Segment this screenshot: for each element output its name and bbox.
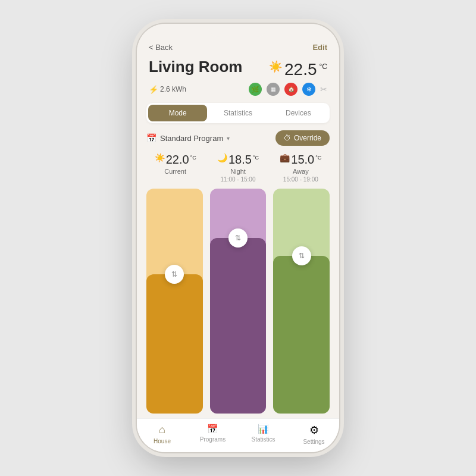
temp-value: 22.5: [284, 60, 317, 79]
lightning-icon: ⚡: [149, 85, 158, 94]
override-button[interactable]: ⏱ Override: [275, 130, 330, 146]
away-bar-column: ⇅: [273, 189, 330, 414]
nav-house[interactable]: ⌂ House: [137, 424, 187, 445]
away-unit: °C: [315, 155, 321, 161]
night-label: Night: [230, 168, 246, 175]
away-bar-knob[interactable]: ⇅: [292, 246, 311, 265]
sun-icon: ☀️: [269, 60, 282, 73]
away-label: Away: [293, 168, 309, 175]
nav-settings[interactable]: ⚙ Settings: [289, 424, 339, 445]
program-row: 📅 Standard Program ▾ ⏱ Override: [137, 129, 339, 153]
temp-card-current: ☀️ 22.0 °C Current: [155, 153, 196, 183]
phone-shell: < Back Edit Living Room ☀️ 22.5 °C ⚡ 2.6…: [137, 24, 339, 452]
night-icon: 🌙: [217, 153, 227, 162]
away-bar-fill: [273, 256, 330, 414]
away-time: 15:00 - 19:00: [283, 176, 318, 183]
current-bar-column: ⇅: [146, 189, 203, 414]
current-bar-knob[interactable]: ⇅: [165, 265, 184, 284]
home-device-icon[interactable]: 🏠: [284, 83, 298, 96]
room-title: Living Room: [149, 58, 242, 76]
link-icon: ✂: [320, 84, 327, 94]
back-button[interactable]: < Back: [149, 43, 173, 52]
screen: < Back Edit Living Room ☀️ 22.5 °C ⚡ 2.6…: [137, 24, 339, 452]
current-label: Current: [164, 168, 186, 175]
header: < Back Edit: [137, 40, 339, 57]
back-label: < Back: [149, 43, 173, 52]
temp-card-away: 💼 15.0 °C Away 15:00 - 19:00: [280, 153, 321, 183]
mode-tabs: Mode Statistics Devices: [146, 103, 330, 123]
programs-label: Programs: [200, 436, 226, 443]
night-value: 18.5: [228, 153, 252, 167]
chevron-down-icon: ▾: [227, 135, 230, 142]
temperature-bars: ⇅ ⇅ ⇅: [137, 189, 339, 418]
timer-icon: ⏱: [284, 134, 291, 142]
override-label: Override: [294, 134, 321, 142]
energy-value: 2.6 kWh: [160, 85, 186, 93]
nav-programs[interactable]: 📅 Programs: [187, 424, 238, 445]
bottom-navigation: ⌂ House 📅 Programs 📊 Statistics ⚙ Settin…: [137, 418, 339, 452]
night-time: 11:00 - 15:00: [221, 176, 256, 183]
house-icon: ⌂: [159, 424, 165, 436]
grid-device-icon[interactable]: ▦: [267, 83, 280, 96]
title-row: Living Room ☀️ 22.5 °C: [137, 57, 339, 82]
settings-label: Settings: [303, 439, 324, 445]
current-unit: °C: [190, 155, 196, 161]
eco-device-icon[interactable]: 🌿: [249, 83, 262, 96]
away-value: 15.0: [291, 153, 314, 167]
house-label: House: [154, 438, 171, 444]
energy-badge: ⚡ 2.6 kWh: [149, 85, 186, 94]
notch: [208, 24, 268, 37]
away-icon: 💼: [280, 153, 290, 162]
program-name: Standard Program: [160, 134, 223, 143]
programs-icon: 📅: [207, 424, 218, 434]
energy-row: ⚡ 2.6 kWh 🌿 ▦ 🏠 ❄ ✂: [137, 82, 339, 101]
current-icon: ☀️: [155, 153, 165, 162]
night-unit: °C: [253, 155, 259, 161]
temperature-cards: ☀️ 22.0 °C Current 🌙 18.5 °C Night 11:00…: [137, 153, 339, 189]
calendar-icon: 📅: [146, 133, 156, 143]
edit-label: Edit: [312, 43, 327, 52]
snow-device-icon[interactable]: ❄: [302, 83, 315, 96]
program-selector[interactable]: 📅 Standard Program ▾: [146, 133, 230, 143]
statistics-icon: 📊: [258, 424, 269, 434]
tab-mode[interactable]: Mode: [148, 105, 207, 121]
edit-button[interactable]: Edit: [312, 43, 327, 52]
device-icons-row: 🌿 ▦ 🏠 ❄ ✂: [249, 83, 327, 96]
current-bar-fill: [146, 274, 203, 414]
statistics-label: Statistics: [251, 436, 275, 443]
settings-icon: ⚙: [309, 424, 319, 437]
temp-card-night: 🌙 18.5 °C Night 11:00 - 15:00: [217, 153, 259, 183]
night-bar-fill: [210, 238, 267, 414]
nav-statistics[interactable]: 📊 Statistics: [238, 424, 289, 445]
night-bar-knob[interactable]: ⇅: [228, 228, 248, 248]
tab-statistics[interactable]: Statistics: [208, 105, 267, 121]
current-temp-display: ☀️ 22.5 °C: [269, 60, 327, 79]
current-value: 22.0: [166, 153, 189, 167]
tab-devices[interactable]: Devices: [269, 105, 328, 121]
temp-unit: °C: [320, 62, 327, 71]
night-bar-column: ⇅: [210, 189, 267, 414]
